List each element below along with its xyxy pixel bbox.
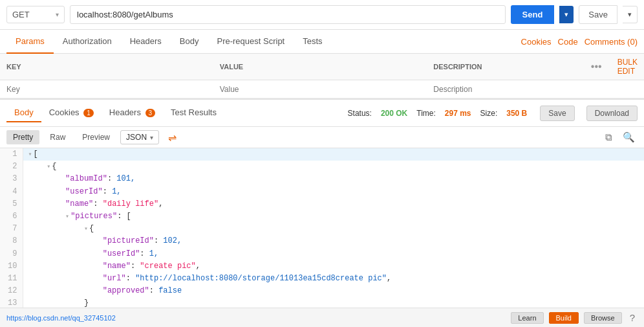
line-content: "pictureId": 102, [23,235,644,247]
tab-body[interactable]: Body [171,30,208,54]
dots-button[interactable]: ••• [588,61,605,73]
fmt-tab-pretty[interactable]: Pretty [6,130,39,144]
fold-arrow[interactable]: ▾ [65,213,69,220]
browse-button[interactable]: Browse [584,312,622,324]
key-input[interactable] [6,85,207,94]
learn-button[interactable]: Learn [511,312,543,324]
key-column-header: KEY [0,54,213,80]
tab-headers[interactable]: Headers [121,30,171,54]
method-dropdown-icon: ▾ [56,11,59,18]
wrap-icon[interactable]: ⇌ [168,131,177,144]
line-content: ▾"pictures": [ [23,210,644,223]
line-number: 8 [0,235,23,247]
save-dropdown-button[interactable]: ▾ [623,6,638,23]
fold-arrow[interactable]: ▾ [84,225,88,232]
line-content: ▾[ [23,148,644,161]
url-input[interactable] [70,5,506,24]
response-meta: Status: 200 OK Time: 297 ms Size: 350 B … [348,106,638,121]
copy-button[interactable]: ⧉ [603,130,615,144]
size-label: Size: [480,109,498,118]
fold-arrow[interactable]: ▾ [47,163,50,170]
line-number: 11 [0,273,23,285]
code-line-8: 8 "pictureId": 102, [0,235,644,247]
code-line-1: 1 ▾[ [0,148,644,161]
value-input[interactable] [220,85,421,94]
line-content: "userId": 1, [23,248,644,260]
help-button[interactable]: ? [627,311,638,324]
line-number: 2 [0,161,23,173]
line-number: 10 [0,260,23,273]
actions-column-header: ••• [582,54,611,80]
code-area[interactable]: 1 ▾[ 2 ▾{ 3 "albumId": 101, 4 [0,148,644,308]
description-input[interactable] [433,85,575,94]
method-label: GET [12,10,30,19]
code-line-12: 12 "approved": false [0,285,644,297]
response-bar: Body Cookies 1 Headers 3 Test Results St… [0,99,644,127]
send-dropdown-button[interactable]: ▾ [559,6,574,23]
format-bar: Pretty Raw Preview JSON ▾ ⇌ ⧉ 🔍 [0,127,644,148]
code-line-6: 6 ▾"pictures": [ [0,210,644,223]
fmt-tab-preview[interactable]: Preview [76,130,116,144]
code-table: 1 ▾[ 2 ▾{ 3 "albumId": 101, 4 [0,148,644,308]
cookies-link[interactable]: Cookies [521,37,552,47]
response-save-button[interactable]: Save [540,106,574,121]
line-content: ▾{ [23,161,644,173]
time-value: 297 ms [445,109,471,118]
line-content: } [23,297,644,308]
comments-link[interactable]: Comments (0) [585,37,638,47]
format-select[interactable]: JSON ▾ [120,130,159,144]
method-select[interactable]: GET ▾ [6,6,65,23]
line-number: 7 [0,223,23,235]
line-content: "approved": false [23,285,644,297]
fold-arrow[interactable]: ▾ [28,151,32,158]
format-select-arrow: ▾ [150,134,153,141]
search-button[interactable]: 🔍 [620,130,638,144]
line-number: 3 [0,173,23,185]
save-button[interactable]: Save [579,5,617,24]
params-section: KEY VALUE DESCRIPTION ••• Bulk Edit [0,54,644,99]
description-column-header: DESCRIPTION [427,54,582,80]
format-right-actions: ⧉ 🔍 [603,130,638,144]
bottom-right-actions: Learn Build Browse ? [511,311,638,324]
request-tabs: Params Authorization Headers Body Pre-re… [0,30,644,54]
line-content: "albumId": 101, [23,173,644,185]
size-value: 350 B [506,109,527,118]
code-line-3: 3 "albumId": 101, [0,173,644,185]
line-number: 1 [0,148,23,161]
build-button[interactable]: Build [549,312,579,324]
resp-tab-headers[interactable]: Headers 3 [102,104,163,122]
resp-tab-cookies[interactable]: Cookies 1 [41,104,102,122]
line-content: "userId": 1, [23,186,644,198]
bulk-edit-link[interactable]: Bulk Edit [617,58,638,76]
status-value: 200 OK [381,109,407,118]
tab-pre-request-script[interactable]: Pre-request Script [208,30,294,54]
time-label: Time: [416,109,436,118]
param-row-empty [0,80,644,98]
code-line-10: 10 "name": "create pic", [0,260,644,273]
fmt-tab-raw[interactable]: Raw [43,130,72,144]
bottom-bar: https://blog.csdn.net/qq_32745102 Learn … [0,308,644,327]
resp-tab-body[interactable]: Body [6,104,41,122]
code-line-7: 7 ▾{ [0,223,644,235]
code-line-2: 2 ▾{ [0,161,644,173]
code-line-9: 9 "userId": 1, [0,248,644,260]
code-line-11: 11 "url": "http://localhost:8080/storage… [0,273,644,285]
line-number: 9 [0,248,23,260]
code-line-4: 4 "userId": 1, [0,186,644,198]
line-number: 5 [0,198,23,210]
status-label: Status: [348,109,372,118]
line-content: "url": "http://localhost:8080/storage/11… [23,273,644,285]
cookies-badge: 1 [83,109,94,117]
tab-params[interactable]: Params [6,30,54,54]
code-line-5: 5 "name": "daily life", [0,198,644,210]
send-button[interactable]: Send [511,5,555,24]
tab-tests[interactable]: Tests [294,30,331,54]
resp-tab-test-results[interactable]: Test Results [163,104,224,122]
response-tabs: Body Cookies 1 Headers 3 Test Results [6,104,348,122]
response-download-button[interactable]: Download [586,106,638,121]
code-link[interactable]: Code [558,37,578,47]
tab-authorization[interactable]: Authorization [54,30,121,54]
watermark-link[interactable]: https://blog.csdn.net/qq_32745102 [6,314,116,322]
line-number: 4 [0,186,23,198]
line-content: ▾{ [23,223,644,235]
